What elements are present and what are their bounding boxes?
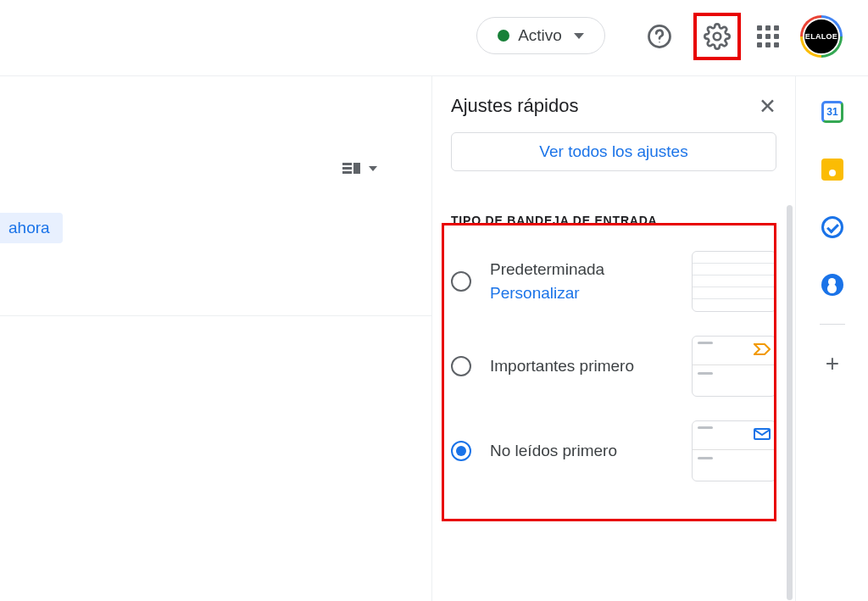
side-panel: 31 + bbox=[797, 76, 868, 601]
see-all-label: Ver todos los ajustes bbox=[539, 142, 687, 161]
radio-unread[interactable] bbox=[451, 441, 471, 461]
important-marker-icon bbox=[754, 343, 771, 355]
caret-down-icon bbox=[369, 166, 377, 171]
density-toggle[interactable] bbox=[342, 163, 377, 174]
settings-button[interactable] bbox=[695, 14, 739, 58]
plus-icon: + bbox=[826, 352, 839, 376]
add-addon-button[interactable]: + bbox=[821, 352, 844, 376]
svg-point-2 bbox=[714, 33, 721, 41]
inbox-option-default[interactable]: Predeterminada Personalizar bbox=[451, 251, 776, 312]
tasks-app-button[interactable] bbox=[821, 215, 844, 239]
inbox-option-unread[interactable]: No leídos primero bbox=[451, 420, 776, 481]
svg-point-1 bbox=[659, 42, 660, 43]
calendar-icon: 31 bbox=[821, 101, 843, 123]
apps-grid-icon bbox=[757, 25, 779, 47]
account-avatar[interactable]: ELALOE bbox=[800, 15, 843, 58]
mail-area: ahora bbox=[0, 76, 431, 601]
preview-default-icon bbox=[692, 251, 776, 312]
close-panel-button[interactable]: ✕ bbox=[759, 96, 776, 117]
help-button[interactable] bbox=[644, 21, 675, 52]
status-dot-icon bbox=[498, 30, 509, 42]
preview-important-icon bbox=[692, 336, 776, 397]
mail-row-highlight[interactable]: ahora bbox=[0, 213, 63, 243]
mail-row-text: ahora bbox=[8, 219, 50, 237]
status-chip[interactable]: Activo bbox=[476, 17, 605, 54]
gear-icon bbox=[704, 23, 731, 50]
inbox-type-header: TIPO DE BANDEJA DE ENTRADA bbox=[451, 214, 776, 227]
keep-icon bbox=[821, 159, 843, 181]
contacts-icon bbox=[821, 274, 843, 296]
option-default-label: Predeterminada bbox=[490, 260, 604, 279]
tasks-icon bbox=[821, 216, 843, 238]
top-bar: Activo ELALOE bbox=[0, 0, 868, 76]
option-unread-label: No leídos primero bbox=[490, 442, 617, 460]
help-icon bbox=[647, 24, 672, 49]
caret-down-icon bbox=[574, 33, 584, 39]
calendar-app-button[interactable]: 31 bbox=[821, 100, 844, 124]
side-divider bbox=[820, 324, 845, 325]
panel-title: Ajustes rápidos bbox=[451, 95, 578, 117]
radio-default[interactable] bbox=[451, 271, 471, 292]
status-label: Activo bbox=[518, 26, 562, 45]
panel-scrollbar[interactable] bbox=[787, 205, 793, 600]
inbox-option-important[interactable]: Importantes primero bbox=[451, 336, 776, 397]
mail-icon bbox=[754, 428, 771, 440]
quick-settings-panel: Ajustes rápidos ✕ Ver todos los ajustes … bbox=[431, 76, 796, 601]
contacts-app-button[interactable] bbox=[821, 273, 844, 297]
density-icon bbox=[342, 163, 360, 174]
customize-link[interactable]: Personalizar bbox=[490, 284, 604, 303]
option-important-label: Importantes primero bbox=[490, 357, 634, 376]
avatar-text: ELALOE bbox=[803, 18, 840, 55]
apps-button[interactable] bbox=[753, 21, 783, 52]
preview-unread-icon bbox=[692, 420, 776, 481]
keep-app-button[interactable] bbox=[821, 158, 844, 181]
mail-divider bbox=[0, 315, 431, 316]
radio-important[interactable] bbox=[451, 356, 471, 376]
see-all-settings-button[interactable]: Ver todos los ajustes bbox=[451, 132, 776, 171]
